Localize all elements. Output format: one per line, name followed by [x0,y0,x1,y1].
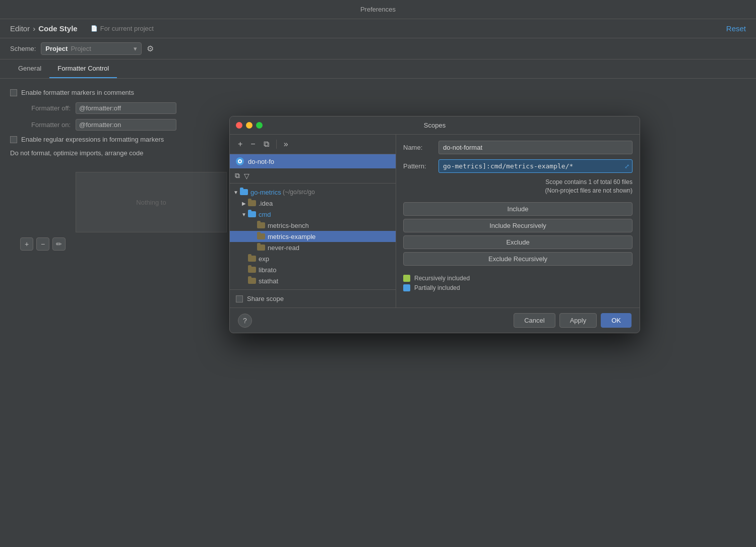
tree-item-go-metrics[interactable]: ▼ go-metrics (~/go/src/go [230,187,396,198]
legend-recursively-included: Recursively included [403,275,633,282]
cancel-button[interactable]: Cancel [514,313,555,328]
include-recursively-button[interactable]: Include Recursively [403,219,633,232]
share-scope-label: Share scope [247,295,284,302]
tree-copy-icon[interactable]: ⧉ [235,171,240,180]
tree-item-cmd[interactable]: ▼ cmd [230,209,396,220]
tree-item-stathat[interactable]: ▶ stathat [230,275,396,286]
tree-label-metrics-bench: metrics-bench [268,222,309,229]
minimize-button[interactable] [246,122,253,129]
edit-button[interactable]: ✏ [52,237,66,251]
tree-item-metrics-bench[interactable]: ▶ metrics-bench [230,220,396,231]
toolbar-separator [276,140,277,149]
scheme-dropdown[interactable]: Project Project ▾ [41,42,142,55]
formatter-off-input[interactable]: @formatter:off [76,102,176,114]
scheme-label: Scheme: [10,45,36,52]
tree-item-metrics-example[interactable]: ▶ metrics-example [230,231,396,242]
scope-info-line1: Scope contains 1 of total 60 files [403,178,633,187]
remove-button[interactable]: − [36,237,49,251]
nothing-to-show-area: Nothing to [76,172,227,232]
enable-regex-checkbox[interactable] [10,136,17,143]
tree-label-stathat: stathat [259,277,278,285]
name-input[interactable] [438,141,633,154]
scheme-row: Scheme: Project Project ▾ ⚙ [0,38,756,59]
pattern-input[interactable] [438,159,633,173]
tree-filter-icon[interactable]: ▽ [244,172,249,180]
gear-icon[interactable]: ⚙ [147,44,154,53]
formatter-off-row: Formatter off: @formatter:off [10,102,746,114]
enable-formatter-label: Enable formatter markers in comments [21,89,134,96]
help-button[interactable]: ? [238,314,252,328]
pattern-row: Pattern: ⤢ [403,159,633,173]
scope-icon-inner [238,159,242,163]
tree-toggle-cmd[interactable]: ▼ [240,210,248,218]
tree-item-exp[interactable]: ▶ exp [230,253,396,264]
folder-icon-metrics-bench [257,222,265,228]
tree-item-librato[interactable]: ▶ librato [230,264,396,275]
folder-icon-librato [248,267,256,273]
dialog-toolbar: + − ⧉ » [230,135,396,154]
scopes-dialog: Scopes + − ⧉ » do-not-fo ⧉ ▽ [229,116,640,333]
folder-icon-exp [248,256,256,262]
tab-formatter-control[interactable]: Formatter Control [49,59,117,78]
tabs-row: General Formatter Control [0,59,756,79]
preferences-title: Preferences [360,6,396,13]
scope-info: Scope contains 1 of total 60 files (Non-… [403,178,633,195]
scheme-value-light: Project [71,45,91,52]
left-panel: + − ⧉ » do-not-fo ⧉ ▽ [230,135,396,308]
legend-partially-included: Partially included [403,284,633,291]
folder-icon-idea [248,200,256,206]
dialog-title: Scopes [424,121,446,129]
green-swatch [403,275,410,282]
action-buttons: Include Include Recursively Exclude Excl… [403,202,633,266]
tree-toggle-idea[interactable]: ▶ [240,199,248,207]
tree-label-metrics-example: metrics-example [268,233,316,240]
tree-toggle-go-metrics[interactable]: ▼ [232,188,240,196]
tree-label-exp: exp [259,255,269,263]
ok-button[interactable]: OK [601,313,632,328]
enable-formatter-row: Enable formatter markers in comments [10,89,746,96]
exclude-recursively-button[interactable]: Exclude Recursively [403,252,633,266]
tree-label-go-metrics: go-metrics [250,189,281,196]
scope-icon [236,157,244,165]
copy-scope-button[interactable]: ⧉ [262,139,271,150]
scope-item-label: do-not-fo [248,158,274,165]
folder-icon-never-read [257,245,265,251]
traffic-lights [236,122,263,129]
nothing-to-show-text: Nothing to [136,199,166,206]
close-button[interactable] [236,122,242,129]
dialog-footer: ? Cancel Apply OK [230,308,640,333]
tree-label-librato: librato [259,266,276,274]
share-scope-checkbox[interactable] [236,295,243,302]
scope-info-line2: (Non-project files are not shown) [403,187,633,195]
folder-icon-go-metrics [240,189,248,195]
breadcrumb-current: Code Style [38,24,78,33]
enable-regex-label: Enable regular expressions in formatting… [21,136,164,143]
add-button[interactable]: + [20,237,33,251]
formatter-off-label: Formatter off: [10,104,71,112]
name-row: Name: [403,141,633,154]
pattern-input-wrap: ⤢ [438,159,633,173]
enable-formatter-checkbox[interactable] [10,89,17,96]
prefs-header: Editor › Code Style 📄 For current projec… [0,19,756,38]
add-scope-button[interactable]: + [236,139,244,150]
tree-item-never-read[interactable]: ▶ never-read [230,242,396,253]
chevron-down-icon: ▾ [134,45,137,52]
formatter-on-input[interactable]: @formatter:on [76,119,176,131]
tree-item-idea[interactable]: ▶ .idea [230,198,396,209]
scope-list-item[interactable]: do-not-fo [230,154,396,168]
reset-button[interactable]: Reset [726,24,746,33]
tab-general[interactable]: General [10,59,49,78]
remove-scope-button[interactable]: − [248,139,257,150]
title-bar: Preferences [0,0,756,19]
tree-label-go-metrics-suffix: (~/go/src/go [281,189,315,196]
partially-included-label: Partially included [414,284,460,291]
exclude-button[interactable]: Exclude [403,235,633,249]
more-button[interactable]: » [282,139,290,150]
name-label: Name: [403,144,433,151]
maximize-button[interactable] [256,122,263,129]
include-button[interactable]: Include [403,202,633,216]
tree-label-idea: .idea [259,200,273,207]
apply-button[interactable]: Apply [559,313,597,328]
for-current-project-label: 📄 For current project [91,25,154,32]
right-panel: Name: Pattern: ⤢ Scope contains 1 of tot… [396,135,640,308]
